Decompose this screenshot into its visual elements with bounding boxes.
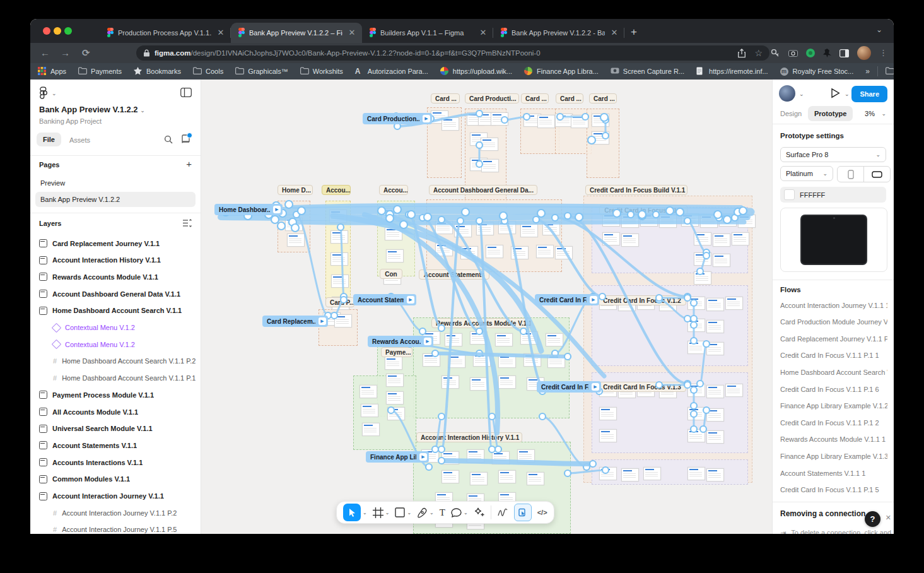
flow-item[interactable]: Account Statements V.1.1 1 — [780, 464, 887, 481]
background-color-row[interactable]: FFFFFF — [780, 187, 886, 203]
flow-play-icon[interactable]: ▶ — [590, 296, 597, 304]
bookmark-item[interactable]: Bookmarks — [134, 67, 181, 76]
logo-menu-chevron-icon[interactable]: ⌄ — [52, 90, 57, 97]
flow-start-pill[interactable]: Credit Card In F...▶ — [537, 381, 601, 393]
comment-tool[interactable]: ⌄ — [451, 508, 468, 517]
tab-design[interactable]: Design — [780, 110, 802, 117]
flow-start-pill[interactable]: Account Statem...▶ — [353, 294, 416, 305]
flow-play-icon[interactable]: ▶ — [423, 115, 430, 122]
close-tab-icon[interactable]: ✕ — [609, 28, 619, 38]
bookmark-item[interactable]: Payments — [78, 67, 122, 76]
reload-icon[interactable]: ⟳ — [82, 43, 90, 63]
flow-item[interactable]: Finance App Library Example V.1.3 1 — [780, 447, 887, 464]
flow-start-pill[interactable]: Home Dashboar...▶ — [214, 204, 283, 215]
layer-item[interactable]: #Home Dashboard Account Search V.1.1 P.1 — [30, 370, 223, 387]
page-item[interactable]: Bank App Preview V.1.2.2 — [35, 192, 196, 207]
flow-play-icon[interactable]: ▶ — [592, 383, 599, 391]
pen-tool[interactable]: ⌄ — [417, 507, 434, 518]
zoom-chevron-icon[interactable]: ⌄ — [881, 110, 886, 117]
bookmark-item[interactable]: Screen Capture R... — [611, 67, 684, 76]
layer-item[interactable]: Account Interaction History V.1.1 — [30, 252, 209, 269]
user-avatar[interactable] — [779, 85, 795, 102]
layers-sort-icon[interactable] — [183, 219, 192, 227]
help-button[interactable]: ? — [865, 511, 880, 527]
zoom-level[interactable]: 3% — [865, 110, 875, 117]
libraries-icon[interactable] — [181, 134, 190, 146]
layer-item[interactable]: Home Dashboard Account Search V.1.1 — [30, 302, 209, 319]
collapse-panel-icon[interactable] — [180, 88, 192, 97]
frame-tool-chevron-icon[interactable]: ⌄ — [385, 510, 390, 516]
minimize-window-button[interactable] — [54, 27, 61, 35]
figma-logo-icon[interactable] — [39, 86, 49, 100]
present-chevron-icon[interactable]: ⌄ — [845, 91, 850, 97]
tab-file[interactable]: File — [37, 133, 61, 146]
layer-item[interactable]: Account Dashboard General Data V.1.1 — [30, 285, 209, 302]
bookmark-item[interactable]: Apps — [38, 67, 66, 76]
tab-prototype[interactable]: Prototype — [808, 106, 853, 121]
forward-icon[interactable]: → — [61, 43, 70, 63]
flow-play-icon[interactable]: ▶ — [273, 206, 281, 213]
password-manager-extension-icon[interactable] — [771, 49, 780, 58]
profile-avatar[interactable] — [857, 46, 871, 60]
draw-tool[interactable] — [497, 508, 508, 517]
bookmark-item[interactable]: https://iremote.inf... — [696, 67, 768, 76]
flow-item[interactable]: Rewards Accounts Module V.1.1 1 — [780, 431, 887, 448]
layer-item[interactable]: Common Modules V.1.1 — [30, 471, 209, 488]
model-select[interactable]: Platinum⌄ — [780, 166, 833, 181]
bookmark-item[interactable]: Graphicals™ — [235, 67, 288, 76]
layer-item[interactable]: #Home Dashboard Account Search V.1.1 P.2 — [30, 353, 223, 370]
text-tool[interactable]: T — [440, 507, 445, 518]
close-help-icon[interactable]: ✕ — [886, 514, 891, 522]
shape-tool[interactable]: ⌄ — [395, 507, 411, 517]
close-tab-icon[interactable]: ✕ — [347, 28, 357, 38]
layer-item[interactable]: Account Interaction Journey V.1.1 — [30, 488, 209, 505]
flow-play-icon[interactable]: ▶ — [407, 296, 414, 304]
present-play-icon[interactable] — [831, 88, 840, 98]
layer-item[interactable]: Rewards Accounts Module V.1.1 — [30, 268, 209, 285]
all-bookmarks-button[interactable]: All Bookmarks — [886, 67, 894, 76]
flow-start-pill[interactable]: Rewards Accou...▶ — [368, 336, 433, 347]
pen-tool-chevron-icon[interactable]: ⌄ — [430, 510, 434, 516]
file-title[interactable]: Bank App Preview V.1.2.2 ⌄ — [39, 105, 145, 114]
portrait-orientation-button[interactable] — [838, 167, 863, 182]
new-tab-button[interactable]: + — [631, 23, 637, 43]
move-tool-icon[interactable] — [343, 504, 361, 521]
avatar-chevron-icon[interactable]: ⌄ — [799, 91, 804, 97]
close-tab-icon[interactable]: ✕ — [478, 28, 488, 38]
landscape-orientation-button[interactable] — [863, 167, 890, 182]
pinned-extension-icon[interactable] — [823, 49, 831, 57]
flow-item[interactable]: Account Interaction Journey V.1.1 1 — [780, 297, 887, 314]
page-item[interactable]: Preview — [35, 175, 196, 191]
close-tab-icon[interactable]: ✕ — [216, 28, 226, 38]
comment-tool-chevron-icon[interactable]: ⌄ — [464, 510, 468, 516]
color-hex-value[interactable]: FFFFFF — [800, 191, 825, 199]
bookmark-star-icon[interactable]: ☆ — [754, 43, 763, 63]
color-swatch[interactable] — [784, 189, 795, 200]
bookmark-item[interactable]: AAutorizacion Para... — [355, 67, 428, 76]
add-page-button[interactable]: + — [186, 158, 192, 169]
bookmark-item[interactable]: Workshits — [300, 67, 343, 76]
tab-search-chevron-icon[interactable]: ⌄ — [876, 25, 882, 34]
flow-item[interactable]: Finance App Library Example V.1.2 1 — [780, 398, 887, 415]
layer-item[interactable]: Card Replacement Journey V.1.1 — [30, 235, 209, 252]
actions-tool[interactable] — [474, 507, 485, 518]
project-name[interactable]: Banking App Project — [39, 117, 102, 125]
adblock-extension-icon[interactable] — [806, 49, 815, 57]
flow-play-icon[interactable]: ▶ — [424, 338, 431, 345]
frame-tool[interactable]: ⌄ — [373, 507, 390, 518]
search-icon[interactable] — [164, 135, 173, 144]
flow-play-icon[interactable]: ▶ — [419, 453, 427, 461]
address-bar[interactable]: figma.com/design/D1IVNAiChJophsJj7WOJc0/… — [136, 45, 769, 61]
layer-item[interactable]: #Account Interaction Journey V.1.1 P.5 — [30, 521, 223, 534]
flow-start-pill[interactable]: Finance App Lib...▶ — [366, 451, 429, 463]
share-button[interactable]: Share — [851, 86, 887, 102]
flow-item[interactable]: Credit Card In Focus V.1.1 P.1 2 — [780, 414, 887, 431]
browser-tab[interactable]: Bank App Preview V.1.2.2 – Fig✕ — [231, 23, 362, 43]
tab-assets[interactable]: Assets — [69, 136, 90, 144]
flow-item[interactable]: Card Replacement Journey V.1.1 Preview 1 — [780, 330, 887, 347]
device-select[interactable]: Surface Pro 8⌄ — [780, 147, 886, 162]
flow-start-pill[interactable]: Credit Card In F...▶ — [535, 294, 599, 305]
browser-tab[interactable]: Production Process App V.1.1.1✕ — [100, 23, 231, 43]
layer-item[interactable]: Payment Process Module V.1.1 — [30, 386, 209, 403]
menu-dots-icon[interactable]: ⋮ — [879, 43, 887, 63]
